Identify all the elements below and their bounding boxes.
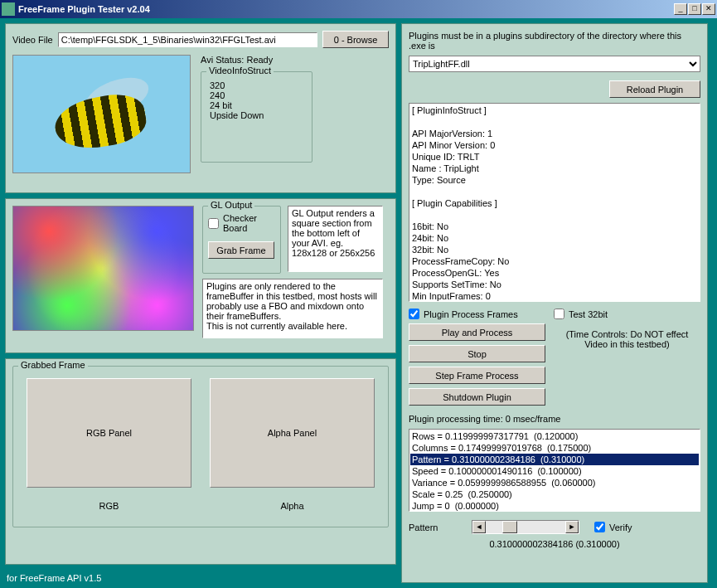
gl-preview: [12, 206, 194, 331]
param-slider[interactable]: ◄ ►: [472, 520, 579, 534]
minimize-button[interactable]: _: [674, 3, 687, 15]
grabbed-panel: Grabbed Frame RGB Panel RGB Alpha Panel …: [5, 358, 396, 565]
plugins-panel: Plugins must be in a plugins subdirector…: [401, 23, 708, 583]
videoinfo-h: 240: [210, 90, 303, 100]
titlebar: FreeFrame Plugin Tester v2.04 _ □ ✕: [0, 0, 717, 18]
window-title: FreeFrame Plugin Tester v2.04: [18, 4, 674, 14]
gl-output-title: GL Output: [208, 200, 254, 210]
grab-frame-button[interactable]: Grab Frame: [208, 241, 274, 259]
shutdown-plugin-button[interactable]: Shutdown Plugin: [409, 388, 545, 406]
app-icon: [2, 2, 15, 16]
close-button[interactable]: ✕: [702, 3, 715, 15]
slider-right-icon[interactable]: ►: [565, 521, 579, 533]
plugin-info-list[interactable]: [ PluginInfoStruct ] API MajorVersion: 1…: [409, 103, 700, 302]
plugins-hint: Plugins must be in a plugins subdirector…: [409, 31, 700, 51]
checker-board-checkbox[interactable]: Checker Board: [208, 213, 275, 233]
param-row[interactable]: Columns = 0.174999997019768 (0.175000): [410, 442, 699, 454]
param-row[interactable]: Pattern = 0.310000002384186 (0.310000): [410, 454, 699, 465]
verify-checkbox[interactable]: Verify: [594, 522, 632, 532]
footer-text: for FreeFrame API v1.5: [5, 570, 396, 583]
param-row[interactable]: Speed = 0.100000001490116 (0.100000): [410, 465, 699, 477]
param-row[interactable]: Scale = 0.25 (0.250000): [410, 488, 699, 500]
alpha-label: Alpha: [210, 501, 375, 511]
plugin-params-list[interactable]: Rows = 0.119999997317791 (0.120000)Colum…: [409, 429, 700, 512]
step-frame-button[interactable]: Step Frame Process: [409, 367, 545, 384]
video-file-label: Video File: [12, 35, 53, 45]
videoinfo-title: VideoInfoStruct: [206, 66, 274, 75]
slider-label: Pattern: [409, 522, 467, 532]
param-row[interactable]: Rows = 0.119999997317791 (0.120000): [410, 430, 699, 442]
video-preview: [12, 55, 191, 173]
videoinfo-ud: Upside Down: [210, 110, 303, 120]
grabbed-title: Grabbed Frame: [18, 360, 88, 370]
plugin-select[interactable]: TripLightFF.dll: [409, 56, 700, 72]
stop-button[interactable]: Stop: [409, 345, 545, 362]
reload-plugin-button[interactable]: Reload Plugin: [609, 80, 700, 98]
gl-panel: GL Output Checker Board Grab Frame GL Ou…: [5, 198, 396, 353]
param-row[interactable]: Jump = 0 (0.000000): [410, 500, 699, 512]
rgb-label: RGB: [27, 501, 191, 511]
video-file-input[interactable]: [58, 32, 317, 47]
gl-help-text: GL Output renders a square section from …: [288, 206, 383, 272]
play-process-button[interactable]: Play and Process: [409, 323, 545, 341]
test32bit-checkbox[interactable]: Test 32bit: [554, 309, 700, 319]
time-controls-note: (Time Controls: Do NOT effect Video in t…: [554, 329, 700, 349]
param-row[interactable]: Variance = 0.0599999986588955 (0.060000): [410, 477, 699, 488]
param-value-display: 0.310000002384186 (0.310000): [409, 539, 700, 549]
gl-note-text: Plugins are only rendered to the frameBu…: [202, 279, 383, 338]
process-frames-checkbox[interactable]: Plugin Process Frames: [409, 309, 545, 319]
rgb-panel-placeholder: RGB Panel: [27, 378, 191, 488]
browse-button[interactable]: 0 - Browse: [322, 31, 389, 48]
alpha-panel-placeholder: Alpha Panel: [210, 378, 375, 488]
videoinfo-bit: 24 bit: [210, 100, 303, 110]
videoinfo-w: 320: [210, 80, 303, 90]
slider-left-icon[interactable]: ◄: [472, 521, 486, 533]
avi-status: Avi Status: Ready: [201, 55, 389, 65]
plugin-timing: Plugin processing time: 0 msec/frame: [409, 414, 700, 424]
video-panel: Video File 0 - Browse Avi Status: Ready …: [5, 23, 396, 193]
maximize-button[interactable]: □: [688, 3, 701, 15]
